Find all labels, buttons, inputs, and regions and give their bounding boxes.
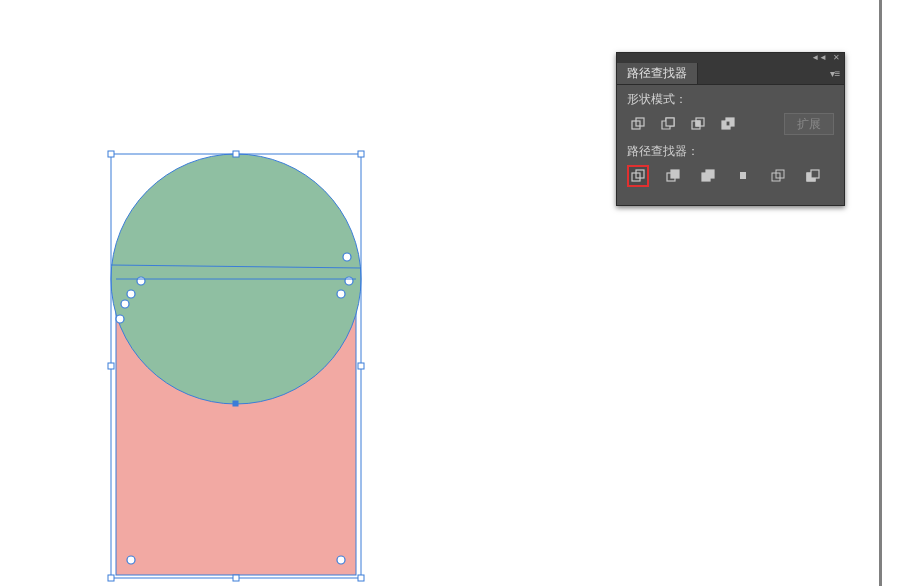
svg-rect-28 (726, 121, 730, 126)
svg-rect-1 (233, 151, 239, 157)
panel-topbar: ◄◄ ✕ (617, 53, 844, 63)
trim-button[interactable] (662, 165, 684, 187)
outline-button[interactable] (767, 165, 789, 187)
tab-pathfinder[interactable]: 路径查找器 (617, 63, 698, 84)
svg-point-16 (345, 277, 353, 285)
pathfinder-panel: ◄◄ ✕ 路径查找器 ▾≡ 形状模式： 扩展 路径查找器： (616, 52, 845, 206)
shape-modes-row: 扩展 (627, 113, 834, 135)
svg-point-10 (337, 290, 345, 298)
minus-front-button[interactable] (657, 113, 679, 135)
shape-rectangle[interactable] (116, 279, 356, 575)
label-shape-modes: 形状模式： (627, 91, 834, 108)
svg-rect-0 (108, 151, 114, 157)
svg-point-17 (116, 315, 124, 323)
svg-line-18 (111, 265, 361, 268)
svg-rect-3 (108, 363, 114, 369)
expand-button[interactable]: 扩展 (784, 113, 834, 135)
svg-rect-32 (671, 170, 679, 178)
bbox-handles[interactable] (108, 151, 364, 581)
svg-rect-35 (740, 172, 746, 179)
svg-rect-22 (666, 118, 674, 126)
unite-button[interactable] (627, 113, 649, 135)
merge-button[interactable] (697, 165, 719, 187)
svg-rect-4 (358, 363, 364, 369)
exclude-button[interactable] (717, 113, 739, 135)
svg-point-14 (121, 300, 129, 308)
intersect-button[interactable] (687, 113, 709, 135)
shape-circle[interactable] (111, 154, 361, 404)
svg-point-9 (127, 290, 135, 298)
svg-point-13 (343, 253, 351, 261)
minus-back-button[interactable] (802, 165, 824, 187)
corner-widgets[interactable] (127, 290, 345, 564)
collapse-icon[interactable]: ◄◄ (811, 54, 827, 62)
pathfinders-row (627, 165, 834, 187)
svg-rect-34 (706, 170, 714, 178)
circle-handles[interactable] (116, 253, 353, 323)
svg-point-11 (127, 556, 135, 564)
svg-rect-8 (233, 401, 238, 406)
crop-button[interactable] (732, 165, 754, 187)
panel-body: 形状模式： 扩展 路径查找器： (617, 85, 844, 205)
svg-rect-25 (696, 121, 700, 126)
label-pathfinders: 路径查找器： (627, 143, 834, 160)
flyout-menu-icon[interactable]: ▾≡ (826, 63, 844, 84)
svg-rect-7 (358, 575, 364, 581)
svg-point-15 (137, 277, 145, 285)
close-icon[interactable]: ✕ (833, 54, 840, 62)
selection-bbox (111, 154, 361, 578)
circle-anchors[interactable] (233, 401, 238, 406)
ruler-edge (879, 0, 882, 586)
svg-point-12 (337, 556, 345, 564)
svg-rect-39 (811, 170, 819, 178)
svg-rect-5 (108, 575, 114, 581)
svg-rect-2 (358, 151, 364, 157)
divide-button[interactable] (627, 165, 649, 187)
panel-tabbar: 路径查找器 ▾≡ (617, 63, 844, 85)
svg-rect-6 (233, 575, 239, 581)
